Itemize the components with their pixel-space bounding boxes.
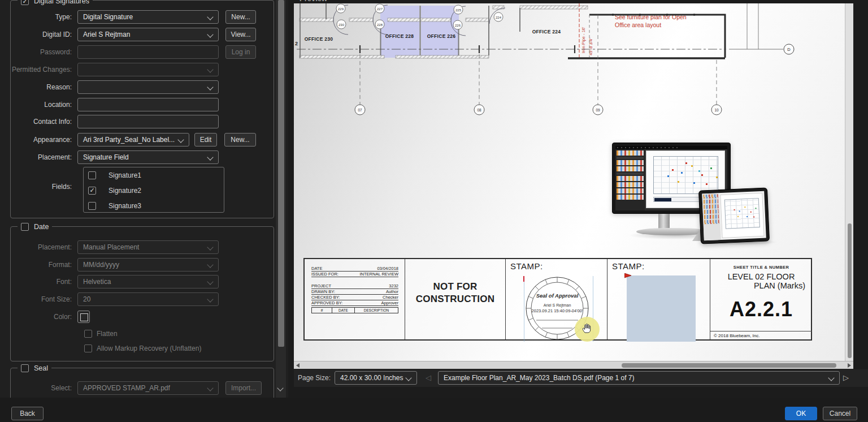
- reason-dropdown[interactable]: [77, 80, 219, 94]
- digital-id-dropdown[interactable]: Ariel S Rejtman: [77, 28, 219, 41]
- mini-toolchest: [615, 149, 645, 210]
- svg-text:OFFICE 228: OFFICE 228: [385, 33, 414, 39]
- room-highlight-228: [380, 6, 419, 58]
- svg-text:226: 226: [455, 24, 461, 27]
- contact-info-input[interactable]: [77, 115, 219, 128]
- seal-select-dropdown[interactable]: APPROVED STAMP_AR.pdf: [77, 381, 219, 395]
- svg-text:OFFICE 230: OFFICE 230: [305, 36, 333, 42]
- title-block-info: DATE03/04/2018 ISSUED FOR:INTERNAL REVIE…: [305, 259, 405, 339]
- svg-text:OFFICE 226: OFFICE 226: [427, 33, 456, 39]
- stamp-label-2: STAMP:: [612, 261, 645, 271]
- svg-text:227: 227: [377, 7, 383, 11]
- preview-label: Preview: [300, 0, 327, 3]
- type-dropdown[interactable]: Digital Signature: [77, 10, 219, 24]
- file-page-dropdown[interactable]: Example Floor Plan_AR_May 2023_Batch DS.…: [438, 371, 840, 385]
- date-title: Date: [34, 223, 49, 231]
- svg-text:09: 09: [596, 108, 600, 112]
- date-font-label: Font:: [11, 278, 77, 286]
- svg-text:08: 08: [477, 108, 481, 112]
- flatten-checkbox[interactable]: [84, 330, 92, 338]
- view-button[interactable]: View...: [225, 28, 256, 41]
- svg-text:228: 228: [377, 23, 383, 27]
- signature1-checkbox[interactable]: [88, 171, 96, 179]
- list-item-signature2[interactable]: ✓ Signature2: [84, 183, 224, 198]
- date-placement-dropdown[interactable]: Manual Placement: [77, 240, 219, 254]
- contact-info-label: Contact Info:: [11, 118, 77, 126]
- svg-text:OFFICE 224: OFFICE 224: [532, 29, 561, 35]
- signature3-checkbox[interactable]: [88, 202, 96, 210]
- svg-text:Office area layout: Office area layout: [615, 21, 661, 28]
- preview-vertical-scrollbar[interactable]: [845, 3, 853, 361]
- not-for-construction-block: NOT FOR CONSTRUCTION: [405, 259, 506, 339]
- digital-signatures-checkbox[interactable]: ✓: [21, 0, 29, 5]
- page-size-dropdown[interactable]: 42.00 x 30.00 Inches: [335, 371, 417, 385]
- fields-label: Fields:: [11, 183, 77, 191]
- permitted-changes-dropdown[interactable]: [77, 63, 219, 76]
- date-format-dropdown[interactable]: MM/dd/yyyy: [77, 258, 219, 272]
- digital-signatures-dialog: ✓ Digital Signatures Type: Digital Signa…: [0, 0, 868, 422]
- password-label: Password:: [11, 48, 77, 56]
- scroll-left-icon[interactable]: [296, 363, 300, 368]
- stamp-field-block[interactable]: STAMP:: [607, 259, 710, 339]
- preview-pane: Preview: [294, 0, 853, 369]
- svg-text:10: 10: [714, 108, 719, 112]
- svg-text:07: 07: [358, 108, 362, 112]
- clipped-room-number: 2: [295, 41, 298, 46]
- revision-table-header: # DATE DESCRIPTION: [311, 307, 398, 313]
- sheet-title-line2: PLAN (Marks): [710, 281, 812, 290]
- signature2-checkbox[interactable]: ✓: [88, 187, 96, 195]
- previous-page-icon[interactable]: ◁: [426, 373, 431, 382]
- date-color-swatch[interactable]: [77, 311, 90, 323]
- page-size-label: Page Size:: [298, 374, 331, 382]
- panel-scrollbar-thumb[interactable]: [278, 0, 284, 347]
- svg-text:2023.09.21 15:40:09-04'00': 2023.09.21 15:40:09-04'00': [532, 308, 583, 313]
- date-color-label: Color:: [11, 313, 77, 321]
- appearance-label: Appearance:: [11, 136, 77, 144]
- preview-hscroll-thumb[interactable]: [622, 363, 836, 368]
- preview-horizontal-scrollbar[interactable]: [294, 361, 853, 369]
- date-font-size-dropdown[interactable]: 20: [77, 292, 219, 306]
- empty-signature-field[interactable]: [627, 275, 696, 342]
- preview-vscroll-thumb[interactable]: [848, 223, 852, 358]
- svg-text:D: D: [787, 47, 791, 52]
- scroll-right-icon[interactable]: [848, 363, 851, 368]
- svg-text:225: 225: [455, 8, 462, 12]
- date-font-dropdown[interactable]: Helvetica: [77, 275, 219, 288]
- pdf-preview-canvas[interactable]: 229 230 227 228 225 226 224 OFFICE 2: [294, 3, 853, 361]
- location-input[interactable]: [77, 98, 219, 111]
- date-checkbox[interactable]: [21, 223, 29, 231]
- sheet-title-block: SHEET TITLE & NUMBER LEVEL 02 FLOOR PLAN…: [710, 259, 812, 339]
- location-label: Location:: [11, 101, 77, 109]
- login-button[interactable]: Log in: [225, 45, 256, 59]
- stamp-seal-block[interactable]: STAMP:: [506, 259, 607, 339]
- red-note: See furniture plan for Open Office area …: [615, 14, 687, 28]
- list-item-signature1[interactable]: Signature1: [84, 167, 224, 183]
- unflatten-label: Allow Markup Recovery (Unflatten): [97, 345, 201, 352]
- ok-button[interactable]: OK: [785, 407, 817, 420]
- appearance-dropdown[interactable]: Ari 3rd Party_Seal_No Label...: [77, 133, 189, 147]
- type-new-button[interactable]: New...: [225, 10, 256, 24]
- sheet-caption: SHEET TITLE & NUMBER: [710, 265, 812, 270]
- next-page-icon[interactable]: ▷: [843, 373, 849, 382]
- appearance-new-button[interactable]: New...: [224, 133, 256, 147]
- stamp-label-1: STAMP:: [510, 261, 543, 271]
- dialog-footer: Back OK Cancel: [0, 398, 868, 422]
- digital-id-label: Digital ID:: [11, 31, 77, 38]
- unflatten-checkbox[interactable]: [84, 345, 92, 352]
- panel-scrollbar[interactable]: [276, 0, 286, 398]
- cancel-button[interactable]: Cancel: [823, 407, 857, 420]
- digital-signatures-title: Digital Signatures: [34, 0, 89, 5]
- import-button[interactable]: Import...: [225, 381, 262, 395]
- password-input[interactable]: [77, 45, 219, 59]
- check-icon: ✓: [22, 0, 27, 5]
- edit-button[interactable]: Edit: [194, 133, 217, 147]
- seal-checkbox[interactable]: [21, 364, 29, 372]
- digital-signatures-group: ✓ Digital Signatures Type: Digital Signa…: [10, 0, 274, 218]
- scroll-down-icon[interactable]: [277, 385, 283, 391]
- check-icon: ✓: [89, 187, 94, 193]
- back-button[interactable]: Back: [11, 407, 44, 420]
- list-item-signature3[interactable]: Signature3: [84, 198, 224, 213]
- placement-dropdown[interactable]: Signature Field: [77, 150, 219, 164]
- svg-text:Ariel S Rejtman: Ariel S Rejtman: [544, 303, 571, 308]
- tablet-image: [698, 187, 770, 244]
